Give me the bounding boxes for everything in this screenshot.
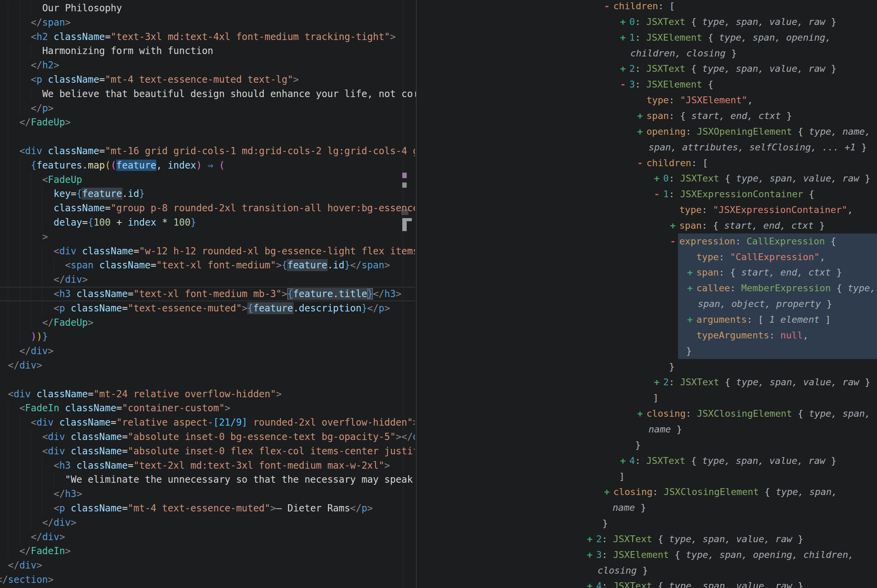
ast-row[interactable]: +2: JSXText { type, span, value, raw } xyxy=(417,531,877,547)
expand-node-icon[interactable]: + xyxy=(637,406,643,422)
ast-row[interactable]: +4: JSXText { type, span, value, raw } xyxy=(417,453,877,469)
ast-row[interactable]: +callee: MemberExpression { type, xyxy=(417,280,877,296)
expand-node-icon[interactable]: + xyxy=(637,108,643,124)
ast-row[interactable]: -children: [ xyxy=(417,0,877,14)
code-line[interactable]: <span className="text-xl font-medium">{f… xyxy=(0,258,415,273)
collapse-node-icon[interactable]: - xyxy=(604,0,610,14)
code-line[interactable]: <p className="mt-4 text-essence-muted te… xyxy=(0,72,415,87)
ast-row[interactable]: +span: { start, end, ctxt } xyxy=(417,108,877,124)
expand-node-icon[interactable]: + xyxy=(687,280,693,296)
code-line[interactable]: <div className="w-12 h-12 rounded-xl bg-… xyxy=(0,244,415,258)
code-line[interactable]: <p className="text-essence-muted">{featu… xyxy=(0,301,415,315)
code-line[interactable]: </div> xyxy=(0,516,415,530)
code-line[interactable]: key={feature.id} xyxy=(0,187,415,201)
code-line[interactable]: <FadeUp xyxy=(0,172,415,187)
ast-row[interactable]: +3: JSXElement { type, span, opening, ch… xyxy=(417,547,877,563)
ast-row[interactable]: -3: JSXElement { xyxy=(417,76,877,92)
ast-row[interactable]: +closing: JSXClosingElement { type, span… xyxy=(417,484,877,500)
expand-node-icon[interactable]: + xyxy=(654,171,659,186)
code-line[interactable]: <div className="relative aspect-[21/9] r… xyxy=(0,416,415,430)
ast-row[interactable]: ] xyxy=(417,390,877,406)
ast-row[interactable]: closing } xyxy=(417,563,877,578)
code-line[interactable]: <div className="mt-24 relative overflow-… xyxy=(0,387,415,401)
ast-row[interactable]: +span: { start, end, ctxt } xyxy=(417,218,877,234)
collapse-node-icon[interactable]: - xyxy=(654,186,659,202)
ast-row[interactable]: +0: JSXText { type, span, value, raw } xyxy=(417,171,877,186)
expand-node-icon[interactable]: + xyxy=(620,14,626,30)
code-line[interactable]: </FadeUp> xyxy=(0,315,415,330)
ast-row[interactable]: type: "JSXExpressionContainer", xyxy=(417,202,877,218)
ast-row[interactable]: -expression: CallExpression { xyxy=(417,234,877,249)
code-line[interactable]: <h2 className="text-3xl md:text-4xl font… xyxy=(0,30,415,44)
code-line-current[interactable]: <h3 className="text-xl font-medium mb-3"… xyxy=(0,287,415,301)
code-line[interactable] xyxy=(0,130,415,144)
code-editor[interactable]: Our Philosophy</span><h2 className="text… xyxy=(0,0,415,588)
ast-row[interactable]: +span: { start, end, ctxt } xyxy=(417,265,877,280)
ast-row[interactable]: span, object, property } xyxy=(417,296,877,312)
code-line[interactable]: </h3> xyxy=(0,487,415,501)
expand-node-icon[interactable]: + xyxy=(637,124,643,140)
code-line[interactable]: > xyxy=(0,230,415,244)
code-line[interactable]: className="group p-8 rounded-2xl transit… xyxy=(0,201,415,215)
ast-row[interactable]: +closing: JSXClosingElement { type, span… xyxy=(417,406,877,422)
expand-node-icon[interactable]: + xyxy=(670,218,676,234)
ast-row[interactable]: +0: JSXText { type, span, value, raw } xyxy=(417,14,877,30)
code-line[interactable]: </div> xyxy=(0,558,415,573)
expand-node-icon[interactable]: + xyxy=(654,374,659,390)
code-line[interactable]: <FadeIn className="container-custom"> xyxy=(0,401,415,416)
expand-node-icon[interactable]: + xyxy=(620,453,626,469)
expand-node-icon[interactable]: + xyxy=(587,547,592,563)
code-line[interactable]: </h2> xyxy=(0,58,415,72)
ast-row[interactable]: type: "CallExpression", xyxy=(417,249,877,265)
ast-row[interactable]: +2: JSXText { type, span, value, raw } xyxy=(417,61,877,76)
ast-row[interactable]: } xyxy=(417,359,877,375)
collapse-node-icon[interactable]: - xyxy=(637,155,643,171)
code-line[interactable]: </div> xyxy=(0,358,415,373)
ast-tree-panel[interactable]: -children: [+0: JSXText { type, span, va… xyxy=(417,0,877,588)
code-line[interactable]: Our Philosophy xyxy=(0,1,415,15)
ast-row[interactable]: typeArguments: null, xyxy=(417,327,877,343)
ast-row[interactable]: ] xyxy=(417,469,877,484)
ast-row[interactable]: name } xyxy=(417,422,877,437)
code-line[interactable]: delay={100 + index * 100} xyxy=(0,215,415,230)
ast-row[interactable]: } xyxy=(417,437,877,453)
code-line[interactable]: </section> xyxy=(0,573,415,587)
code-line[interactable]: </FadeIn> xyxy=(0,544,415,558)
code-line[interactable]: <p className="mt-4 text-essence-muted">—… xyxy=(0,501,415,516)
ast-row[interactable]: +4: JSXText { type, span, value, raw } xyxy=(417,578,877,588)
collapse-node-icon[interactable]: - xyxy=(620,76,626,92)
code-line[interactable]: </FadeUp> xyxy=(0,115,415,130)
code-line[interactable]: <h3 className="text-2xl md:text-3xl font… xyxy=(0,458,415,473)
code-line[interactable]: </p> xyxy=(0,101,415,116)
ast-row[interactable]: name } xyxy=(417,500,877,516)
code-line[interactable]: We believe that beautiful design should … xyxy=(0,87,415,101)
ast-row[interactable]: } xyxy=(417,516,877,531)
ast-row[interactable]: +1: JSXElement { type, span, opening, xyxy=(417,30,877,45)
ast-row[interactable]: +opening: JSXOpeningElement { type, name… xyxy=(417,124,877,140)
code-line[interactable]: ))} xyxy=(0,330,415,344)
code-line[interactable]: </div> xyxy=(0,273,415,287)
expand-node-icon[interactable]: + xyxy=(604,484,610,500)
ast-row[interactable]: +arguments: [ 1 element ] xyxy=(417,312,877,327)
ast-row[interactable]: type: "JSXElement", xyxy=(417,92,877,108)
code-line[interactable]: <div className="absolute inset-0 bg-esse… xyxy=(0,430,415,444)
ast-row[interactable]: -children: [ xyxy=(417,155,877,171)
code-line[interactable]: "We eliminate the unnecessary so that th… xyxy=(0,472,415,487)
code-line[interactable]: {features.map((feature, index) ⇒ ( xyxy=(0,158,415,172)
ast-row[interactable]: -1: JSXExpressionContainer { xyxy=(417,186,877,202)
code-line[interactable]: </div> xyxy=(0,344,415,358)
expand-node-icon[interactable]: + xyxy=(620,61,626,76)
code-line[interactable]: <div className="absolute inset-0 flex fl… xyxy=(0,444,415,458)
code-line[interactable]: </span> xyxy=(0,15,415,30)
expand-node-icon[interactable]: + xyxy=(587,531,592,547)
expand-node-icon[interactable]: + xyxy=(587,578,592,588)
expand-node-icon[interactable]: + xyxy=(687,265,693,280)
ast-row[interactable]: +2: JSXText { type, span, value, raw } xyxy=(417,374,877,390)
code-line[interactable] xyxy=(0,373,415,387)
ast-row[interactable]: } xyxy=(417,343,877,359)
code-line[interactable]: </div> xyxy=(0,530,415,544)
code-line[interactable]: Harmonizing form with function xyxy=(0,44,415,58)
expand-node-icon[interactable]: + xyxy=(687,312,693,327)
ast-row[interactable]: span, attributes, selfClosing, ... +1 } xyxy=(417,140,877,155)
code-line[interactable]: <div className="mt-16 grid grid-cols-1 m… xyxy=(0,144,415,158)
